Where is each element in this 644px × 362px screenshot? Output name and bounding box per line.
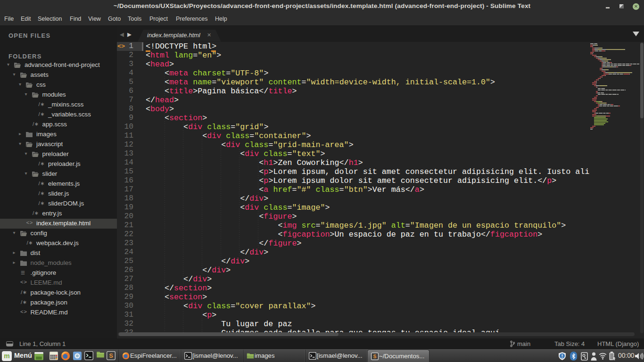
svg-text:S: S	[373, 354, 376, 359]
svg-text:S: S	[109, 353, 113, 359]
